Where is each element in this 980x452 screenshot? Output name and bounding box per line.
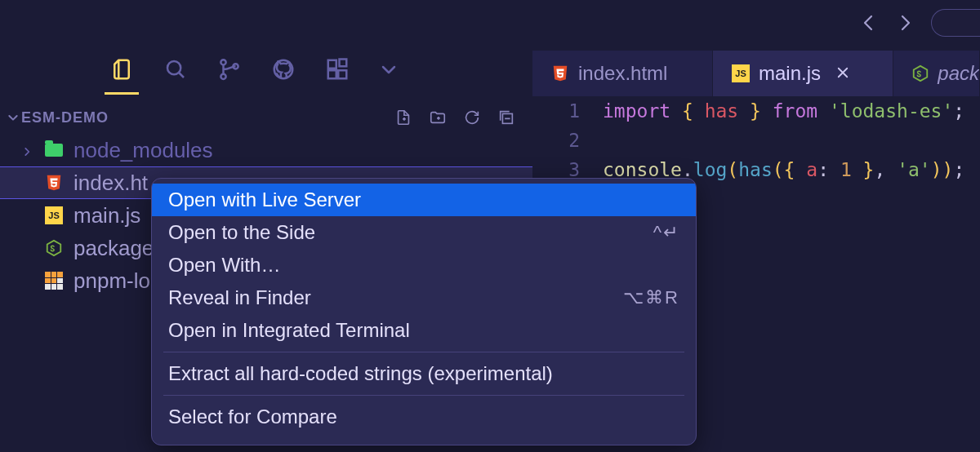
svg-rect-6 xyxy=(328,70,336,78)
new-file-button[interactable] xyxy=(394,108,413,127)
tab-label: index.html xyxy=(578,62,667,85)
context-menu-item-label: Open With… xyxy=(168,254,280,277)
context-menu-separator xyxy=(163,352,684,352)
refresh-button[interactable] xyxy=(462,108,482,127)
nav-back-button[interactable] xyxy=(859,13,879,33)
code-line[interactable]: import { has } from 'lodash-es'; xyxy=(603,96,964,126)
context-menu-item[interactable]: Select for Compare xyxy=(152,401,696,433)
svg-point-1 xyxy=(220,60,225,64)
context-menu-item[interactable]: Open to the Side^↵ xyxy=(152,216,696,249)
context-menu-item-label: Reveal in Finder xyxy=(168,286,311,309)
context-menu-item-shortcut: ⌥⌘R xyxy=(623,287,679,308)
new-folder-button[interactable] xyxy=(428,108,448,127)
chevron-right-icon xyxy=(21,138,34,163)
tree-item-label: node_modules xyxy=(74,138,213,163)
context-menu-item[interactable]: Open with Live Server xyxy=(152,184,696,216)
close-icon[interactable] xyxy=(835,62,850,85)
context-menu-separator xyxy=(163,395,684,396)
context-menu-item-shortcut: ^↵ xyxy=(653,222,679,243)
html5-icon xyxy=(550,64,570,83)
tab-index-html[interactable]: index.html xyxy=(532,51,712,96)
folder-icon xyxy=(44,140,64,160)
collapse-all-button[interactable] xyxy=(497,108,516,127)
context-menu-item-label: Select for Compare xyxy=(168,405,337,428)
js-icon: JS xyxy=(44,206,64,225)
explorer-activity-icon[interactable] xyxy=(108,55,136,83)
search-activity-icon[interactable] xyxy=(162,55,189,83)
line-number: 2 xyxy=(532,126,580,155)
tab-label: main.js xyxy=(759,62,821,85)
explorer-section-chevron-icon[interactable] xyxy=(5,111,21,124)
context-menu-item[interactable]: Open in Integrated Terminal xyxy=(152,314,696,347)
context-menu-item-label: Open in Integrated Terminal xyxy=(168,319,410,342)
svg-rect-5 xyxy=(328,60,336,69)
js-icon: JS xyxy=(731,64,751,83)
svg-point-2 xyxy=(220,74,225,79)
context-menu-item-label: Extract all hard-coded strings (experime… xyxy=(168,362,553,385)
pnpm-icon xyxy=(44,271,64,290)
tree-item-node_modules[interactable]: node_modules xyxy=(0,134,532,166)
line-number: 1 xyxy=(532,96,580,126)
context-menu-item[interactable]: Open With… xyxy=(152,249,696,281)
tree-item-label: package xyxy=(74,236,154,261)
svg-rect-7 xyxy=(338,70,346,78)
explorer-title: ESM-DEMO xyxy=(21,109,109,126)
node-icon xyxy=(44,238,64,258)
github-activity-icon[interactable] xyxy=(270,55,297,83)
context-menu-item[interactable]: Reveal in Finder⌥⌘R xyxy=(152,281,696,314)
node-icon xyxy=(911,64,929,83)
tree-item-label: index.ht xyxy=(74,171,148,196)
svg-rect-8 xyxy=(340,60,347,67)
context-menu-item-label: Open with Live Server xyxy=(168,188,361,211)
source-control-activity-icon[interactable] xyxy=(216,55,243,83)
tab-pack[interactable]: pack xyxy=(893,51,979,96)
tree-item-label: main.js xyxy=(74,203,140,228)
command-center-search[interactable] xyxy=(931,9,980,37)
context-menu-item-label: Open to the Side xyxy=(168,221,315,244)
nav-forward-button[interactable] xyxy=(895,13,915,33)
activity-overflow-chevron-icon[interactable] xyxy=(377,58,400,81)
context-menu: Open with Live ServerOpen to the Side^↵O… xyxy=(151,178,697,445)
html5-icon xyxy=(44,173,64,193)
tab-label: pack xyxy=(938,62,979,85)
tab-main-js[interactable]: JSmain.js xyxy=(713,51,893,96)
tree-item-label: pnpm-lo xyxy=(74,268,150,294)
context-menu-item[interactable]: Extract all hard-coded strings (experime… xyxy=(152,357,696,390)
extensions-activity-icon[interactable] xyxy=(323,55,351,83)
code-line[interactable] xyxy=(603,126,964,155)
